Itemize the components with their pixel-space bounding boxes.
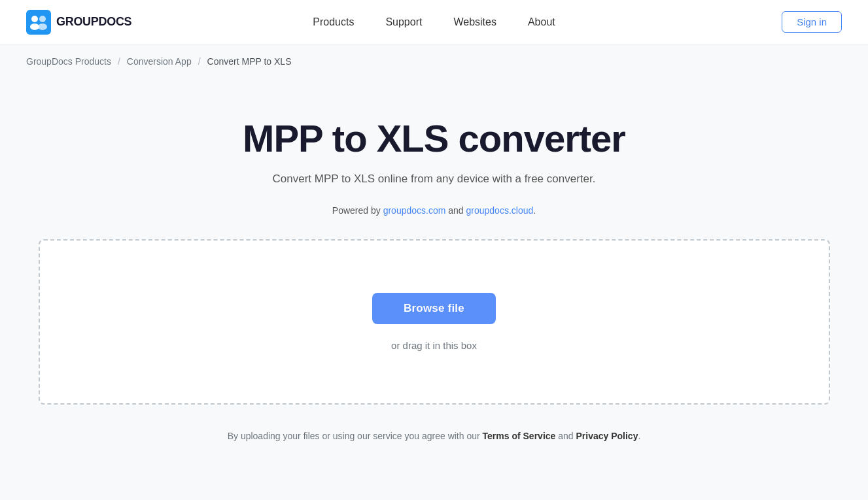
footer-note: By uploading your files or using our ser… [228, 431, 641, 441]
site-header: GROUPDOCS Products Support Websites Abou… [0, 0, 868, 44]
svg-point-1 [31, 16, 38, 22]
svg-point-2 [39, 16, 46, 22]
page-title: MPP to XLS converter [243, 118, 625, 159]
main-nav: Products Support Websites About [313, 16, 555, 28]
signin-button[interactable]: Sign in [782, 11, 842, 33]
page-subtitle: Convert MPP to XLS online from any devic… [273, 173, 596, 186]
logo-area: GROUPDOCS [26, 10, 131, 35]
powered-suffix: . [533, 205, 536, 216]
svg-rect-0 [26, 10, 51, 35]
breadcrumb-item-1[interactable]: GroupDocs Products [26, 56, 111, 67]
nav-websites[interactable]: Websites [453, 16, 496, 28]
breadcrumb: GroupDocs Products / Conversion App / Co… [0, 44, 868, 78]
footer-and: and [555, 431, 576, 441]
nav-products[interactable]: Products [313, 16, 354, 28]
groupdocs-cloud-link[interactable]: groupdocs.cloud [466, 205, 534, 216]
powered-prefix: Powered by [332, 205, 383, 216]
drag-hint-text: or drag it in this box [391, 340, 477, 351]
nav-support[interactable]: Support [385, 16, 422, 28]
terms-link[interactable]: Terms of Service [483, 431, 556, 441]
privacy-link[interactable]: Privacy Policy [576, 431, 638, 441]
file-drop-zone[interactable]: Browse file or drag it in this box [39, 239, 830, 405]
breadcrumb-item-3: Convert MPP to XLS [207, 56, 292, 67]
main-content: MPP to XLS converter Convert MPP to XLS … [0, 78, 868, 467]
nav-about[interactable]: About [528, 16, 555, 28]
footer-prefix: By uploading your files or using our ser… [228, 431, 483, 441]
logo-text: GROUPDOCS [56, 15, 131, 29]
breadcrumb-sep-1: / [118, 56, 120, 67]
powered-by-text: Powered by groupdocs.com and groupdocs.c… [332, 205, 536, 216]
breadcrumb-item-2[interactable]: Conversion App [127, 56, 192, 67]
svg-point-3 [30, 24, 39, 30]
svg-point-4 [38, 24, 47, 30]
browse-file-button[interactable]: Browse file [372, 293, 496, 324]
groupdocs-com-link[interactable]: groupdocs.com [383, 205, 446, 216]
groupdocs-logo-icon [26, 10, 51, 35]
footer-suffix: . [638, 431, 640, 441]
breadcrumb-sep-2: / [198, 56, 201, 67]
powered-and: and [445, 205, 466, 216]
